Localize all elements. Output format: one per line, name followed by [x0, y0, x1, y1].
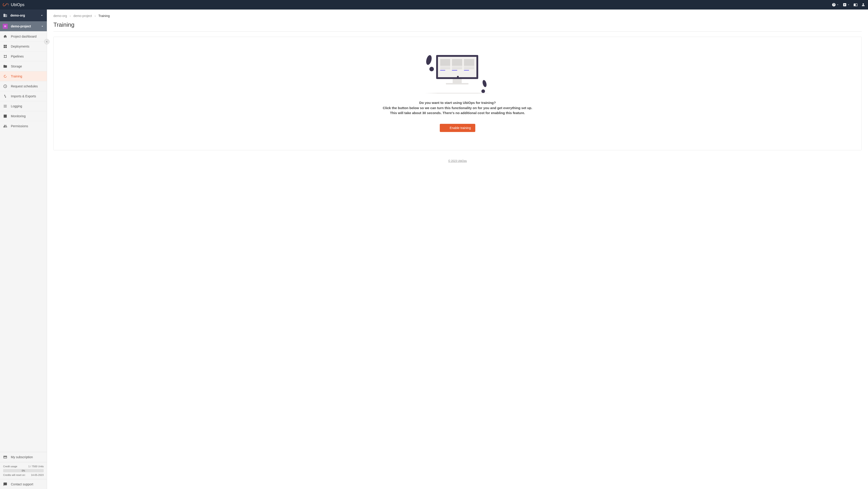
project-badge: H	[3, 24, 8, 29]
training-setup-card: Do you want to start using UbiOps for tr…	[53, 37, 862, 150]
project-selector[interactable]: H demo-project	[0, 21, 47, 31]
chevron-left-icon	[45, 40, 49, 43]
enable-training-button[interactable]: Enable training	[440, 124, 475, 132]
user-menu[interactable]	[861, 3, 865, 7]
docs-button[interactable]	[854, 3, 858, 7]
help-menu[interactable]	[832, 3, 839, 7]
sidebar-item-logging[interactable]: Logging	[0, 101, 47, 111]
footer-copyright[interactable]: © 2023 UbiOps	[53, 160, 862, 163]
sidebar-item-support[interactable]: Contact support	[0, 479, 47, 489]
support-label: Contact support	[11, 483, 33, 486]
deployments-icon	[3, 45, 7, 49]
user-icon	[861, 3, 865, 7]
monitoring-icon	[3, 114, 7, 118]
org-name: demo-org	[10, 13, 25, 17]
credit-reset-label: Credits will reset on:	[3, 473, 26, 476]
sidebar-item-pipelines[interactable]: Pipelines	[0, 51, 47, 61]
credit-usage-bar: 0%	[3, 469, 44, 472]
nav-label: Storage	[11, 64, 22, 68]
nav-label: Logging	[11, 104, 22, 108]
credit-reset-date: 14-05-2023	[31, 473, 44, 476]
sidebar-item-schedules[interactable]: Request schedules	[0, 81, 47, 91]
nav-label: Pipelines	[11, 55, 24, 58]
page-title: Training	[53, 21, 862, 32]
logging-icon	[3, 104, 7, 108]
folder-icon	[3, 64, 7, 68]
clock-icon	[3, 84, 7, 88]
import-export-icon	[3, 94, 7, 98]
sidebar-collapse-button[interactable]	[44, 39, 50, 45]
nav-label: Training	[11, 75, 22, 78]
chevron-down-icon	[40, 24, 44, 28]
sidebar-item-subscription[interactable]: My subscription	[0, 452, 47, 462]
card-icon	[3, 455, 7, 459]
sidebar: demo-org H demo-project Project dashboar…	[0, 9, 47, 489]
permissions-icon	[3, 124, 7, 128]
pipelines-icon	[3, 54, 7, 58]
main-content: demo-org › demo-project › Training Train…	[47, 9, 868, 489]
credit-usage-label: Credit usage	[3, 465, 17, 468]
home-icon	[3, 34, 7, 38]
breadcrumb: demo-org › demo-project › Training	[53, 14, 862, 18]
brand-text: UbiOps	[11, 2, 25, 7]
chevron-right-icon: ›	[70, 14, 71, 18]
card-text-line2: Click the button below so we can turn th…	[383, 106, 532, 111]
book-icon	[854, 3, 858, 7]
sidebar-item-storage[interactable]: Storage	[0, 61, 47, 71]
breadcrumb-current: Training	[98, 14, 110, 18]
nav-label: Deployments	[11, 45, 29, 48]
svg-point-3	[482, 89, 485, 93]
card-text-line1: Do you want to start using UbiOps for tr…	[383, 100, 532, 106]
chevron-down-icon	[40, 13, 44, 17]
subscription-label: My subscription	[11, 455, 33, 459]
breadcrumb-org[interactable]: demo-org	[53, 14, 67, 18]
chevron-right-icon: ›	[95, 14, 96, 18]
org-icon	[3, 13, 7, 18]
breadcrumb-project[interactable]: demo-project	[73, 14, 92, 18]
chat-icon	[3, 482, 7, 486]
sidebar-item-monitoring[interactable]: Monitoring	[0, 111, 47, 121]
monitor-illustration	[436, 55, 478, 84]
org-selector[interactable]: demo-org	[0, 9, 47, 21]
nav-label: Imports & Exports	[11, 94, 36, 98]
illustration	[425, 55, 491, 93]
logo-icon	[3, 2, 9, 7]
nav-label: Project dashboard	[11, 35, 37, 38]
card-text-line3: This will take about 30 seconds. There's…	[383, 111, 532, 116]
credit-usage-value: 1 / 7500 Units	[28, 465, 44, 468]
add-menu[interactable]	[843, 3, 850, 7]
chevron-down-icon	[836, 3, 839, 6]
training-icon	[3, 74, 7, 78]
svg-point-1	[429, 67, 434, 71]
svg-point-2	[482, 80, 487, 88]
plus-box-icon	[843, 3, 847, 7]
exclamation-icon	[425, 55, 434, 72]
nav-label: Monitoring	[11, 114, 26, 118]
credit-usage-section: Credit usage 1 / 7500 Units 0% Credits w…	[0, 462, 47, 479]
sidebar-item-dashboard[interactable]: Project dashboard	[0, 31, 47, 41]
sidebar-item-deployments[interactable]: Deployments	[0, 41, 47, 51]
chevron-down-icon	[847, 3, 850, 6]
nav-label: Request schedules	[11, 84, 38, 88]
training-icon	[444, 126, 448, 130]
sidebar-item-imports[interactable]: Imports & Exports	[0, 91, 47, 101]
brand-area[interactable]: UbiOps	[3, 2, 25, 7]
sidebar-item-training[interactable]: Training	[0, 71, 47, 81]
svg-point-0	[425, 55, 433, 65]
help-icon	[832, 3, 836, 7]
sidebar-item-permissions[interactable]: Permissions	[0, 121, 47, 131]
topbar: UbiOps	[0, 0, 868, 9]
credit-usage-percent: 0%	[22, 469, 25, 472]
exclamation-icon	[481, 80, 488, 93]
project-name: demo-project	[11, 24, 31, 28]
enable-btn-label: Enable training	[450, 126, 471, 130]
nav-label: Permissions	[11, 124, 28, 128]
